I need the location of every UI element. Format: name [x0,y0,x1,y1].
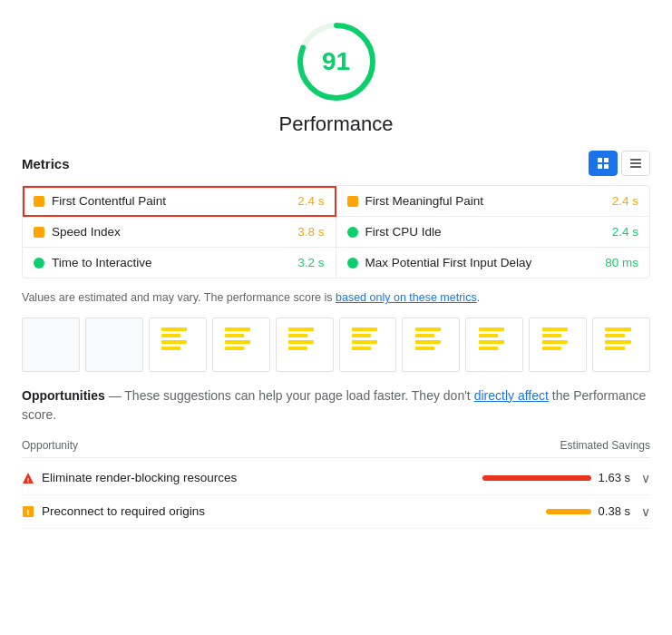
filmstrip-frame-5[interactable] [339,318,397,372]
metric-dot-fcp [34,196,44,207]
metric-item-tti: Time to Interactive3.2 s [23,248,336,278]
metric-item-fcp: First Contentful Paint2.4 s [23,186,336,217]
svg-text:!: ! [27,476,30,484]
metric-dot-si [34,227,44,238]
savings-col-label: Estimated Savings [560,439,650,452]
metrics-grid: First Contentful Paint2.4 sFirst Meaning… [22,185,650,278]
filmstrip [22,318,650,372]
opportunities-header: Opportunities — These suggestions can he… [22,386,650,425]
metric-name-tti: Time to Interactive [52,256,290,269]
metric-item-fid: Max Potential First Input Delay80 ms [336,248,650,278]
grid-view-button[interactable] [589,151,618,176]
opportunity-item-0[interactable]: !Eliminate render-blocking resources1.63… [22,462,650,495]
metrics-link[interactable]: based only on these metrics [336,291,477,304]
metric-item-fci: First CPU Idle2.4 s [336,217,650,248]
metric-value-fcp: 2.4 s [297,194,324,208]
svg-rect-7 [630,162,641,164]
opportunity-name-1: Preconnect to required origins [42,504,462,518]
performance-label: Performance [279,112,394,136]
triangle-warning-icon: ! [22,472,34,484]
filmstrip-frame-1[interactable] [85,318,143,372]
directly-affect-link[interactable]: directly affect [474,388,549,403]
score-value: 91 [322,47,350,76]
opportunity-bar-area-1: 0.38 s∨ [469,504,650,519]
opportunity-value-1: 0.38 s [599,504,630,518]
metric-name-fmp: First Meaningful Paint [365,194,605,208]
square-warning-icon: ! [22,505,34,518]
list-view-button[interactable] [621,151,650,176]
filmstrip-frame-7[interactable] [465,318,523,372]
grid-icon [597,157,609,170]
metric-name-fcp: First Contentful Paint [52,194,290,208]
filmstrip-frame-2[interactable] [149,318,207,372]
filmstrip-frame-8[interactable] [529,318,587,372]
metrics-title: Metrics [22,156,70,171]
metric-value-si: 3.8 s [297,225,324,239]
metric-name-fid: Max Potential First Input Delay [365,256,599,269]
svg-rect-2 [598,158,602,162]
svg-rect-4 [598,164,602,169]
metrics-header: Metrics [22,151,650,176]
metric-name-fci: First CPU Idle [365,225,605,239]
filmstrip-frame-3[interactable] [212,318,270,372]
metric-value-fmp: 2.4 s [612,194,638,208]
opportunity-value-0: 1.63 s [599,471,630,484]
opportunity-col-label: Opportunity [22,439,78,452]
svg-rect-8 [630,166,641,168]
opportunity-chevron-0[interactable]: ∨ [641,471,650,485]
info-text: Values are estimated and may vary. The p… [22,289,650,307]
filmstrip-frame-9[interactable] [592,318,650,372]
opportunity-name-0: Eliminate render-blocking resources [42,471,462,484]
metric-dot-fmp [347,196,358,207]
metric-item-fmp: First Meaningful Paint2.4 s [336,186,650,217]
filmstrip-frame-6[interactable] [402,318,460,372]
metric-item-si: Speed Index3.8 s [23,217,336,248]
svg-rect-5 [604,164,609,169]
filmstrip-frame-4[interactable] [276,318,334,372]
metric-dot-fid [347,258,358,269]
opportunity-item-1[interactable]: !Preconnect to required origins0.38 s∨ [22,495,650,529]
metric-value-tti: 3.2 s [297,256,324,269]
view-toggle [589,151,650,176]
metric-value-fci: 2.4 s [612,225,638,239]
svg-text:!: ! [27,508,30,517]
svg-rect-6 [630,159,641,161]
performance-score-circle: 91 [293,18,380,105]
opportunities-table-header: Opportunity Estimated Savings [22,435,650,458]
svg-rect-3 [604,158,609,162]
opportunity-bar-0 [482,475,591,481]
list-icon [629,158,642,169]
opportunities-title: Opportunities [22,388,105,403]
filmstrip-frame-0[interactable] [22,318,80,372]
opportunities-list: !Eliminate render-blocking resources1.63… [22,462,650,529]
opportunity-bar-area-0: 1.63 s∨ [469,471,650,485]
metric-value-fid: 80 ms [605,256,638,269]
score-section: 91 Performance [22,18,650,136]
opportunity-bar-1 [546,509,591,514]
metric-name-si: Speed Index [52,225,290,239]
opportunity-chevron-1[interactable]: ∨ [641,504,650,519]
metric-dot-tti [34,258,44,269]
metric-dot-fci [347,227,358,238]
